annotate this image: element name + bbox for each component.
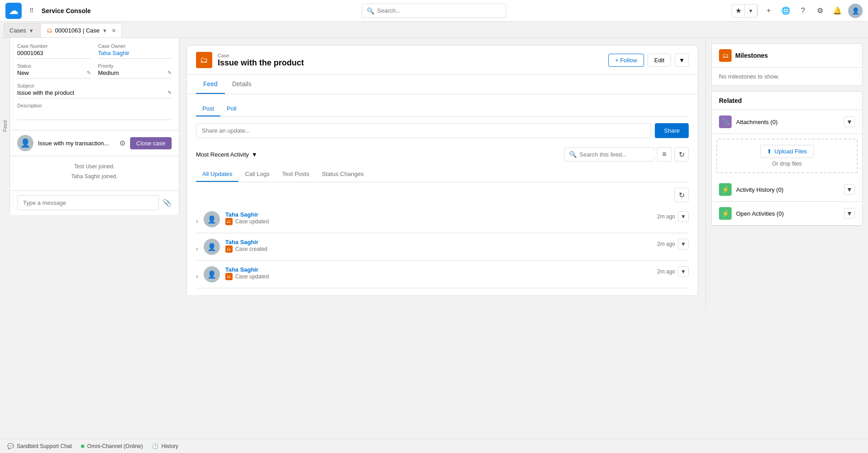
chat-gear-icon[interactable]: ⚙ bbox=[119, 139, 126, 148]
search-feed-wrapper[interactable]: 🔍 bbox=[564, 147, 654, 162]
tab-bar: Cases ▼ 🗂 00001063 | Case ▼ ✕ bbox=[0, 22, 868, 38]
subject-value: Issue with the product ✎ bbox=[17, 89, 172, 98]
history-label: History bbox=[161, 443, 178, 449]
star-icon[interactable]: ★ bbox=[732, 5, 745, 17]
omni-status-label: Omni-Channel (Online) bbox=[87, 443, 143, 449]
follow-button[interactable]: + Follow bbox=[608, 54, 644, 67]
status-omni[interactable]: Omni-Channel (Online) bbox=[81, 443, 143, 449]
attachment-icon[interactable]: 📎 bbox=[163, 199, 172, 207]
description-value bbox=[17, 109, 172, 120]
right-panel: 🗂 Milestones No milestones to show. Rela… bbox=[705, 38, 868, 309]
feed-item-right-1: 2m ago ▼ bbox=[657, 211, 689, 222]
status-chat[interactable]: 💬 Sandbird Support Chat bbox=[7, 443, 72, 449]
priority-edit-icon[interactable]: ✎ bbox=[168, 70, 172, 76]
help-icon[interactable]: ? bbox=[797, 5, 809, 17]
field-description: Description bbox=[17, 103, 172, 120]
feed-label: Feed bbox=[2, 120, 8, 132]
field-row-number-owner: Case Number 00001063 Case Owner Taha Sag… bbox=[17, 43, 172, 59]
tab-case-detail[interactable]: 🗂 00001063 | Case ▼ ✕ bbox=[41, 23, 122, 37]
filter-icon-btn[interactable]: ≡ bbox=[657, 147, 672, 162]
status-value[interactable]: New ✎ bbox=[17, 69, 91, 79]
feed-action-3: 🗂 Case updated bbox=[225, 273, 652, 280]
favorites-group[interactable]: ★ ▼ bbox=[732, 4, 758, 18]
search-feed-icon: 🔍 bbox=[569, 151, 577, 158]
salesforce-logo[interactable]: ☁ bbox=[5, 3, 22, 19]
status-history[interactable]: 🕐 History bbox=[152, 443, 178, 449]
feed-user-2[interactable]: Taha Saghir bbox=[225, 239, 652, 245]
post-poll-tabs: Post Poll bbox=[196, 102, 689, 117]
edit-dropdown-button[interactable]: ▼ bbox=[675, 54, 689, 67]
star-dropdown-icon[interactable]: ▼ bbox=[745, 5, 757, 17]
feed-body-3: Taha Saghir 🗂 Case updated bbox=[225, 266, 652, 280]
tab-call-logs[interactable]: Call Logs bbox=[238, 167, 275, 182]
feed-vertical-tab[interactable]: Feed bbox=[0, 38, 10, 215]
tab-close-icon[interactable]: ✕ bbox=[112, 28, 116, 34]
search-feed-input[interactable] bbox=[579, 151, 655, 158]
settings-icon[interactable]: ⚙ bbox=[814, 5, 826, 17]
feed-dropdown-1[interactable]: ▼ bbox=[678, 211, 689, 222]
activity-history-expand[interactable]: ▼ bbox=[844, 184, 855, 195]
case-type: Case bbox=[218, 53, 608, 58]
tab-status-changes[interactable]: Status Changes bbox=[316, 167, 370, 182]
edit-button[interactable]: Edit bbox=[648, 54, 671, 67]
app-name: Service Console bbox=[42, 7, 91, 14]
case-tab-icon: 🗂 bbox=[47, 27, 52, 34]
close-case-button[interactable]: Close case bbox=[130, 137, 172, 149]
poll-tab[interactable]: Poll bbox=[220, 102, 243, 116]
upload-files-button[interactable]: ⬆ Upload Files bbox=[760, 145, 814, 158]
feed-user-1[interactable]: Taha Saghir bbox=[225, 211, 652, 218]
chat-input[interactable] bbox=[17, 195, 159, 210]
post-tab[interactable]: Post bbox=[196, 102, 220, 116]
case-owner-value[interactable]: Taha Saghir bbox=[98, 50, 172, 59]
activity-filter[interactable]: Most Recent Activity ▼ bbox=[196, 151, 257, 158]
tab-feed[interactable]: Feed bbox=[196, 75, 225, 94]
globe-icon[interactable]: 🌐 bbox=[779, 5, 792, 17]
tab-all-updates[interactable]: All Updates bbox=[196, 167, 238, 182]
priority-value[interactable]: Medium ✎ bbox=[98, 69, 172, 79]
status-edit-icon[interactable]: ✎ bbox=[87, 70, 91, 76]
refresh-icon-btn[interactable]: ↻ bbox=[674, 147, 689, 162]
feed-content: Post Poll Share Most Recent Activity ▼ bbox=[187, 94, 698, 296]
share-button[interactable]: Share bbox=[655, 123, 689, 138]
tab-text-posts[interactable]: Text Posts bbox=[276, 167, 316, 182]
global-search[interactable]: 🔍 bbox=[362, 4, 506, 18]
feed-item-3: › 👤 Taha Saghir 🗂 Case updated 2m ago ▼ bbox=[196, 261, 689, 288]
milestones-icon: 🗂 bbox=[719, 49, 732, 62]
feed-avatar-1: 👤 bbox=[204, 211, 220, 227]
share-input[interactable] bbox=[196, 123, 651, 138]
status-bar: 💬 Sandbird Support Chat Omni-Channel (On… bbox=[0, 439, 868, 453]
field-status: Status New ✎ bbox=[17, 63, 91, 79]
middle-panel: 🗂 Case Issue with the product + Follow E… bbox=[179, 38, 705, 309]
chat-avatar: 👤 bbox=[17, 135, 33, 151]
open-activities-expand[interactable]: ▼ bbox=[844, 208, 855, 219]
activity-history-icon: ⚡ bbox=[719, 183, 732, 196]
tab-cases-arrow[interactable]: ▼ bbox=[29, 28, 34, 33]
feed-body-2: Taha Saghir 🗂 Case created bbox=[225, 239, 652, 253]
open-activities-label: Open Activities (0) bbox=[736, 210, 840, 217]
tab-case-arrow[interactable]: ▼ bbox=[103, 28, 107, 33]
tab-details[interactable]: Details bbox=[225, 75, 259, 94]
feed-user-3[interactable]: Taha Saghir bbox=[225, 266, 652, 273]
attachments-expand[interactable]: ▼ bbox=[844, 116, 855, 127]
feed-refresh-icon[interactable]: ↻ bbox=[674, 188, 689, 202]
feed-action-icon-3: 🗂 bbox=[225, 273, 233, 280]
feed-expand-1[interactable]: › bbox=[196, 217, 198, 225]
feed-dropdown-3[interactable]: ▼ bbox=[678, 266, 689, 277]
user-avatar[interactable]: 👤 bbox=[848, 4, 863, 18]
upload-label: Upload Files bbox=[775, 148, 807, 155]
top-nav: ☁ ⠿ Service Console 🔍 ★ ▼ ＋ 🌐 ? ⚙ 🔔 👤 bbox=[0, 0, 868, 22]
subject-edit-icon[interactable]: ✎ bbox=[168, 90, 172, 96]
feed-dropdown-2[interactable]: ▼ bbox=[678, 239, 689, 250]
feed-time-1: 2m ago bbox=[657, 213, 675, 220]
milestones-title: Milestones bbox=[735, 52, 855, 59]
add-icon[interactable]: ＋ bbox=[762, 5, 775, 17]
tab-cases[interactable]: Cases ▼ bbox=[4, 23, 40, 37]
search-input[interactable] bbox=[377, 7, 501, 14]
chat-status-label: Sandbird Support Chat bbox=[17, 443, 72, 449]
feed-expand-2[interactable]: › bbox=[196, 245, 198, 252]
waffle-icon[interactable]: ⠿ bbox=[25, 5, 38, 17]
feed-item-2: › 👤 Taha Saghir 🗂 Case created 2m ago ▼ bbox=[196, 233, 689, 261]
case-icon: 🗂 bbox=[196, 52, 212, 68]
notifications-icon[interactable]: 🔔 bbox=[831, 5, 844, 17]
feed-expand-3[interactable]: › bbox=[196, 273, 198, 280]
